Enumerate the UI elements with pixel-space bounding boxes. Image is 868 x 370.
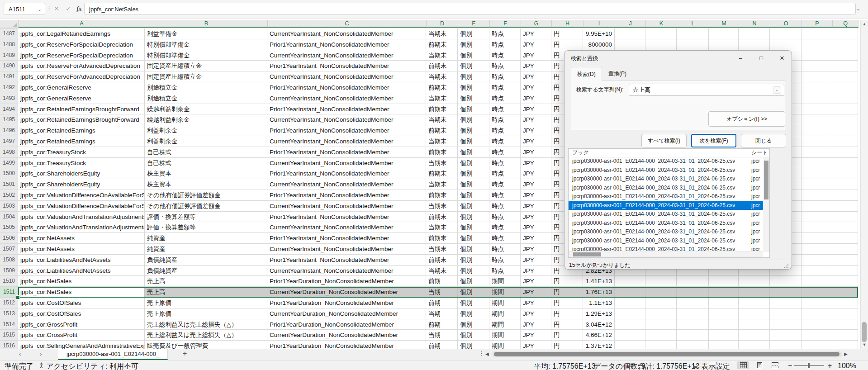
zoom-slider-thumb[interactable] [808,363,810,368]
horizontal-scrollbar-thumb[interactable] [494,352,840,356]
row-header-1503[interactable]: 1503 [0,201,18,212]
cell-N1513[interactable] [739,308,770,319]
cell-A1510[interactable]: jppfs_cor:NetSales [18,276,145,287]
cell-D1516[interactable]: 前期 [426,341,458,349]
cell-B1502[interactable]: その他有価証券評価差額金 [145,190,267,201]
cell-B1487[interactable]: 利益準備金 [145,28,267,39]
cell-I1487[interactable]: 9.95E+10 [583,28,615,39]
cell-E1495[interactable]: 個別 [458,114,489,125]
cell-P1506[interactable] [802,233,832,244]
cell-F1512[interactable]: 期間 [489,298,521,308]
vertical-scrollbar[interactable] [860,20,868,349]
cell-G1510[interactable]: JPY [521,276,551,287]
result-row[interactable]: jpcrp030000-asr-001_E02144-000_2024-03-3… [569,175,763,184]
cell-G1489[interactable]: JPY [521,50,551,61]
name-box[interactable]: A1511 ⌄ [4,3,45,15]
cell-P1515[interactable] [802,330,832,341]
cell-B1497[interactable]: 利益剰余金 [145,136,267,147]
cell-G1488[interactable]: JPY [521,39,551,50]
cell-A1500[interactable]: jppfs_cor:ShareholdersEquity [18,168,145,179]
cell-J1488[interactable] [615,39,645,50]
cell-D1509[interactable]: 当期末 [426,266,458,276]
cell-M1516[interactable] [709,341,739,349]
cell-N1515[interactable] [739,330,770,341]
row-header-1515[interactable]: 1515 [0,330,18,341]
cell-O1512[interactable] [770,298,802,308]
cell-F1511[interactable]: 期間 [489,287,521,298]
cell-D1488[interactable]: 前期末 [426,39,458,50]
search-input[interactable]: 売上高 ⌄ [629,84,784,96]
cell-Q1501[interactable] [832,179,858,190]
result-row[interactable]: jpcrp030000-asr-001_E02144-000_2024-03-3… [569,219,763,228]
cell-G1516[interactable]: JPY [521,341,551,349]
cell-G1495[interactable]: JPY [521,114,551,125]
row-header-1502[interactable]: 1502 [0,190,18,201]
cell-F1495[interactable]: 時点 [489,114,521,125]
cell-C1490[interactable]: Prior1YearInstant_NonConsolidatedMember [267,61,426,71]
cell-B1499[interactable]: 自己株式 [145,158,267,169]
cell-A1496[interactable]: jppfs_cor:RetainedEarnings [18,125,145,136]
cell-A1498[interactable]: jppfs_cor:TreasuryStock [18,147,145,158]
cell-K1511[interactable] [645,287,677,298]
cell-I1512[interactable]: 1.1E+13 [583,298,615,308]
cell-G1514[interactable]: JPY [521,319,551,330]
cell-C1491[interactable]: CurrentYearInstant_NonConsolidatedMember [267,71,426,82]
cell-P1503[interactable] [802,201,832,212]
cell-G1508[interactable]: JPY [521,255,551,266]
cell-C1500[interactable]: Prior1YearInstant_NonConsolidatedMember [267,168,426,179]
cell-N1510[interactable] [739,276,770,287]
cell-F1492[interactable]: 時点 [489,82,521,93]
tabbar-splitter[interactable]: ⋮ [479,350,484,357]
cell-E1498[interactable]: 個別 [458,147,489,158]
cell-H1515[interactable]: 円 [551,330,583,341]
column-header-L[interactable]: L [677,20,709,28]
cell-B1494[interactable]: 繰越利益剰余金 [145,104,267,115]
cell-D1507[interactable]: 当期末 [426,244,458,255]
cell-E1499[interactable]: 個別 [458,158,489,169]
cell-P1491[interactable] [802,71,832,82]
cell-H1511[interactable]: 円 [551,287,583,298]
cell-A1507[interactable]: jppfs_cor:NetAssets [18,244,145,255]
cell-D1508[interactable]: 前期末 [426,255,458,266]
cell-Q1514[interactable] [832,319,858,330]
select-all-corner[interactable] [0,20,19,28]
cell-G1499[interactable]: JPY [521,158,551,169]
cell-F1504[interactable]: 時点 [489,212,521,223]
cell-A1516[interactable]: jppfs_cor:SellingGeneralAndAdministrativ… [18,341,145,349]
cell-F1516[interactable]: 期間 [489,341,521,349]
cell-C1507[interactable]: CurrentYearInstant_NonConsolidatedMember [267,244,426,255]
row-header-1488[interactable]: 1488 [0,39,18,50]
cell-Q1507[interactable] [832,244,858,255]
cell-E1513[interactable]: 個別 [458,308,489,319]
formula-bar-expand-icon[interactable]: ⌄ [856,6,860,12]
cell-L1513[interactable] [677,308,709,319]
cell-C1516[interactable]: Prior1YearDuration_NonConsolidatedMember [267,341,426,349]
row-header-1489[interactable]: 1489 [0,50,18,61]
cell-E1497[interactable]: 個別 [458,136,489,147]
cell-A1492[interactable]: jppfs_cor:GeneralReserve [18,82,145,93]
cell-B1492[interactable]: 別途積立金 [145,82,267,93]
cell-D1497[interactable]: 当期末 [426,136,458,147]
cell-A1503[interactable]: jppfs_cor:ValuationDifferenceOnAvailable… [18,201,145,212]
cell-I1516[interactable]: 1.37E+12 [583,341,615,349]
cell-Q1497[interactable] [832,136,858,147]
column-header-E[interactable]: E [458,20,490,28]
cell-Q1490[interactable] [832,61,858,71]
row-header-1516[interactable]: 1516 [0,341,18,349]
cell-P1495[interactable] [802,114,832,125]
cell-P1490[interactable] [802,61,832,71]
vertical-scrollbar-thumb[interactable] [862,322,867,342]
column-header-N[interactable]: N [739,20,770,28]
cell-G1490[interactable]: JPY [521,61,551,71]
cell-P1504[interactable] [802,212,832,223]
cell-O1515[interactable] [770,330,802,341]
scroll-left-icon[interactable]: ◀ [485,351,489,356]
cell-E1512[interactable]: 個別 [458,298,489,308]
cell-C1496[interactable]: Prior1YearInstant_NonConsolidatedMember [267,125,426,136]
cell-E1487[interactable]: 個別 [458,28,489,39]
column-header-O[interactable]: O [770,20,802,28]
cell-Q1511[interactable] [832,287,858,298]
row-header-1510[interactable]: 1510 [0,276,18,287]
result-row[interactable]: jpcrp030000-asr-001_E02144-000_2024-03-3… [569,184,763,193]
cell-G1515[interactable]: JPY [521,330,551,341]
